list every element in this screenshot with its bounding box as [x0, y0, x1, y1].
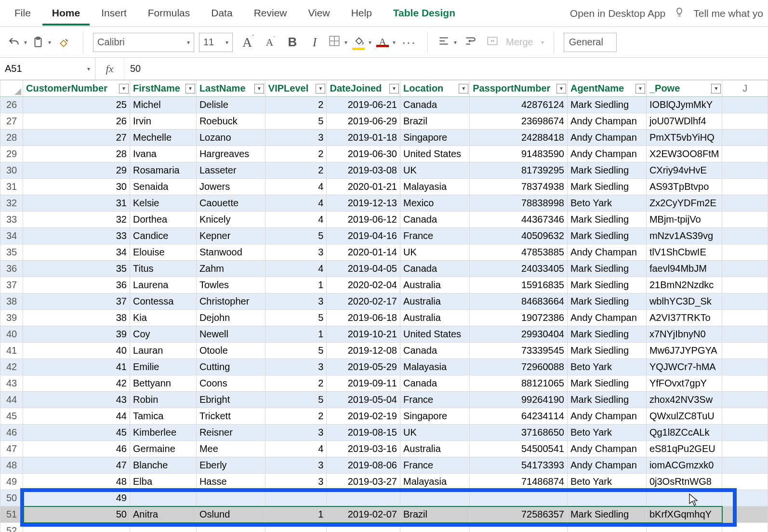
column-header[interactable]: VIPLevel▼	[265, 80, 327, 97]
cell[interactable]: Mark Siedling	[567, 375, 646, 392]
cell[interactable]: 2	[265, 408, 327, 425]
number-format-select[interactable]: General	[564, 33, 617, 52]
cell[interactable]: Michel	[130, 97, 197, 113]
table-row[interactable]: 3231KelsieCaouette42019-12-13Mexico78838…	[0, 195, 768, 212]
cell[interactable]: Stanwood	[196, 244, 265, 261]
bold-button[interactable]: B	[284, 34, 301, 51]
decrease-font-size-button[interactable]: Aˇ	[262, 34, 279, 51]
table-row[interactable]: 2726IrvinRoebuck52019-06-29Brazil2369867…	[0, 113, 768, 130]
cell[interactable]: 78838998	[470, 195, 568, 212]
cell[interactable]: Qg1l8ZCcALk	[646, 425, 722, 441]
cell[interactable]: Delisle	[196, 97, 265, 113]
cell[interactable]: Mark Siedling	[567, 212, 646, 228]
tab-table-design[interactable]: Table Design	[384, 1, 465, 26]
cell[interactable]: Lasseter	[196, 162, 265, 179]
cell[interactable]: France	[400, 392, 470, 408]
cell[interactable]: Knicely	[196, 212, 265, 228]
cell[interactable]	[646, 490, 722, 506]
cell[interactable]	[722, 293, 768, 310]
cell[interactable]: Dejohn	[196, 310, 265, 326]
filter-button[interactable]: ▼	[185, 84, 195, 93]
cell[interactable]: Mexico	[400, 195, 470, 212]
cell[interactable]: Christopher	[196, 293, 265, 310]
cell[interactable]: UK	[400, 244, 470, 261]
cell[interactable]: Beto Yark	[567, 359, 646, 375]
row-header[interactable]: 51	[0, 506, 23, 523]
cell[interactable]: 5	[265, 228, 327, 244]
cell[interactable]: 2019-05-04	[327, 392, 400, 408]
cell[interactable]: Canada	[400, 212, 470, 228]
cell[interactable]: Roebuck	[196, 113, 265, 130]
filter-button[interactable]: ▼	[254, 84, 264, 93]
cell[interactable]	[722, 212, 768, 228]
cell[interactable]: Lozano	[196, 130, 265, 146]
cell[interactable]: Mark Siedling	[567, 228, 646, 244]
table-row[interactable]: 52	[0, 523, 768, 532]
cell[interactable]: 2019-08-06	[327, 457, 400, 474]
cell[interactable]: Beto Yark	[567, 195, 646, 212]
filter-button[interactable]: ▼	[711, 84, 721, 93]
cell[interactable]: 2019-03-16	[327, 441, 400, 457]
filter-button[interactable]: ▼	[636, 84, 645, 93]
more-options-button[interactable]: ···	[400, 34, 418, 51]
cell[interactable]: 2019-06-21	[327, 97, 400, 113]
cell[interactable]: Kepner	[196, 228, 265, 244]
cell[interactable]: 2019-02-07	[327, 506, 400, 523]
cell[interactable]	[722, 441, 768, 457]
row-header[interactable]: 45	[0, 408, 23, 425]
cell[interactable]: bKrfXGqmhqY	[646, 506, 722, 523]
row-header[interactable]: 31	[0, 179, 23, 195]
cell[interactable]: A2VI37TRKTo	[646, 310, 722, 326]
cell[interactable]: 27	[23, 130, 130, 146]
italic-button[interactable]: I	[306, 34, 323, 51]
row-header[interactable]: 39	[0, 310, 23, 326]
cell[interactable]: Australia	[400, 277, 470, 293]
cell[interactable]: 2019-02-19	[327, 408, 400, 425]
cell[interactable]: 2019-04-05	[327, 261, 400, 277]
filter-button[interactable]: ▼	[389, 84, 399, 93]
cell[interactable]: Andy Champan	[567, 146, 646, 162]
cell[interactable]: 78374938	[470, 179, 568, 195]
cell[interactable]: 4	[265, 179, 327, 195]
cell[interactable]: Otoole	[196, 343, 265, 359]
cell[interactable]: Canada	[400, 343, 470, 359]
cell[interactable]: France	[400, 457, 470, 474]
formula-input[interactable]: 50	[124, 63, 768, 74]
cell[interactable]	[722, 113, 768, 130]
cell[interactable]: 2	[265, 162, 327, 179]
row-header[interactable]: 44	[0, 392, 23, 408]
cell[interactable]: 35	[23, 261, 130, 277]
row-header[interactable]: 42	[0, 359, 23, 375]
column-header[interactable]: _Powe▼	[646, 80, 722, 97]
cell[interactable]: Eberly	[196, 457, 265, 474]
cell[interactable]: Kia	[130, 310, 197, 326]
cell[interactable]: Newell	[196, 326, 265, 343]
cell[interactable]: X2EW3OO8FtM	[646, 146, 722, 162]
cell[interactable]: 43	[23, 392, 130, 408]
cell[interactable]: Kimberlee	[130, 425, 197, 441]
cell[interactable]	[130, 490, 197, 506]
row-header[interactable]: 26	[0, 97, 23, 113]
cell[interactable]: mNzv1AS39vg	[646, 228, 722, 244]
tab-view[interactable]: View	[298, 1, 339, 26]
cell[interactable]	[722, 490, 768, 506]
table-row[interactable]: 4443RobinEbright52019-05-04France9926419…	[0, 392, 768, 408]
cell[interactable]	[722, 474, 768, 490]
cell[interactable]: eS81qPu2GEU	[646, 441, 722, 457]
borders-button[interactable]: ▾	[328, 35, 347, 50]
cell[interactable]: United States	[400, 146, 470, 162]
cell[interactable]: 5	[265, 310, 327, 326]
table-row[interactable]: 3534ElouiseStanwood32020-01-14UK47853885…	[0, 244, 768, 261]
cell[interactable]: Brazil	[400, 113, 470, 130]
tab-home[interactable]: Home	[42, 1, 90, 26]
row-header[interactable]: 35	[0, 244, 23, 261]
cell[interactable]: 2020-01-14	[327, 244, 400, 261]
row-header[interactable]: 32	[0, 195, 23, 212]
cell[interactable]: zhox42NV3Sw	[646, 392, 722, 408]
cell[interactable]: 42	[23, 375, 130, 392]
cell[interactable]: Caouette	[196, 195, 265, 212]
table-row[interactable]: 4342BettyannCoons22019-09-11Canada881210…	[0, 375, 768, 392]
cell[interactable]: 2019-12-13	[327, 195, 400, 212]
cell[interactable]: Zahm	[196, 261, 265, 277]
table-row[interactable]: 4948ElbaHasse32019-03-27Malayasia7148687…	[0, 474, 768, 490]
